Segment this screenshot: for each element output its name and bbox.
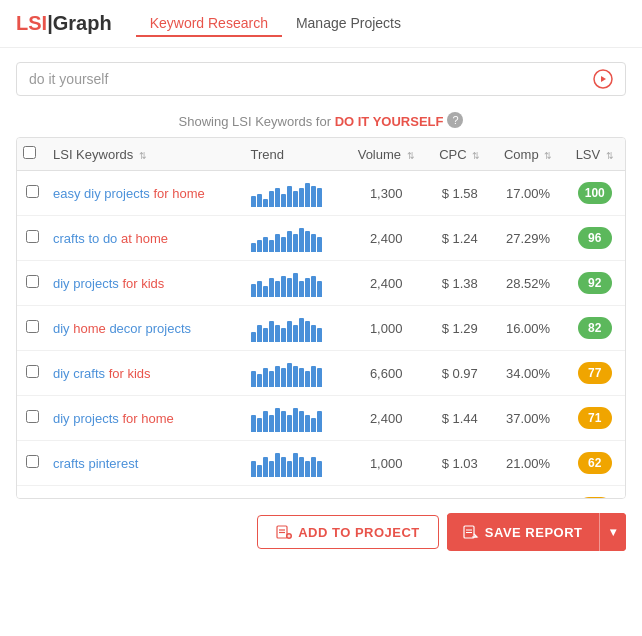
table-row: easy diy projects for home1,300$ 1.5817.…	[17, 171, 625, 216]
keyword-cell: diy projects for home	[47, 396, 245, 441]
cpc-cell: $ 1.29	[428, 306, 492, 351]
row-checkbox[interactable]	[26, 230, 39, 243]
lsv-badge: 62	[578, 452, 612, 474]
save-report-button[interactable]: SAVE REPORT ▾	[447, 513, 626, 551]
row-checkbox[interactable]	[26, 455, 39, 468]
header-lsv[interactable]: LSV ⇅	[564, 138, 625, 171]
lsv-cell: 82	[564, 306, 625, 351]
subtitle-text: Showing LSI Keywords for DO IT YOURSELF	[179, 108, 444, 131]
comp-cell: 37.00%	[492, 396, 565, 441]
add-project-icon	[276, 524, 292, 540]
lsv-badge: 100	[578, 182, 612, 204]
cpc-cell: $ 1.24	[428, 216, 492, 261]
table-row: diy craft projects1,900$ 0.9243.71%57	[17, 486, 625, 499]
lsv-badge: 96	[578, 227, 612, 249]
comp-cell: 16.00%	[492, 306, 565, 351]
go-icon	[593, 69, 613, 89]
comp-cell: 27.29%	[492, 216, 565, 261]
nav-manage-projects[interactable]: Manage Projects	[282, 11, 415, 37]
comp-cell: 28.52%	[492, 261, 565, 306]
header-comp[interactable]: Comp ⇅	[492, 138, 565, 171]
comp-cell: 21.00%	[492, 441, 565, 486]
nav-keyword-research[interactable]: Keyword Research	[136, 11, 282, 37]
comp-cell: 34.00%	[492, 351, 565, 396]
comp-cell: 43.71%	[492, 486, 565, 499]
keyword-cell: diy home decor projects	[47, 306, 245, 351]
volume-cell: 2,400	[345, 396, 428, 441]
lsv-cell: 77	[564, 351, 625, 396]
row-checkbox[interactable]	[26, 275, 39, 288]
lsv-badge: 92	[578, 272, 612, 294]
table-row: crafts pinterest1,000$ 1.0321.00%62	[17, 441, 625, 486]
trend-cell	[245, 441, 345, 486]
keyword-cell: diy craft projects	[47, 486, 245, 499]
table-container: LSI Keywords ⇅ Trend Volume ⇅ CPC ⇅ Comp…	[16, 137, 626, 499]
trend-cell	[245, 216, 345, 261]
lsv-cell: 71	[564, 396, 625, 441]
header-cpc[interactable]: CPC ⇅	[428, 138, 492, 171]
select-all-checkbox[interactable]	[23, 146, 36, 159]
cpc-cell: $ 0.92	[428, 486, 492, 499]
table-row: diy projects for kids2,400$ 1.3828.52%92	[17, 261, 625, 306]
cpc-cell: $ 1.58	[428, 171, 492, 216]
trend-cell	[245, 306, 345, 351]
save-report-main[interactable]: SAVE REPORT	[447, 515, 599, 549]
table-scroll[interactable]: LSI Keywords ⇅ Trend Volume ⇅ CPC ⇅ Comp…	[17, 138, 625, 498]
table-row: diy crafts for kids6,600$ 0.9734.00%77	[17, 351, 625, 396]
header-checkbox	[17, 138, 47, 171]
volume-cell: 6,600	[345, 351, 428, 396]
cpc-cell: $ 1.03	[428, 441, 492, 486]
table-row: crafts to do at home2,400$ 1.2427.29%96	[17, 216, 625, 261]
keyword-cell: crafts pinterest	[47, 441, 245, 486]
lsv-cell: 57	[564, 486, 625, 499]
row-checkbox[interactable]	[26, 365, 39, 378]
search-input[interactable]	[29, 71, 593, 87]
footer-buttons: ADD TO PROJECT SAVE REPORT ▾	[0, 499, 642, 565]
header-lsi-keywords[interactable]: LSI Keywords ⇅	[47, 138, 245, 171]
save-report-icon	[463, 524, 479, 540]
lsv-badge: 77	[578, 362, 612, 384]
lsv-badge: 57	[578, 497, 612, 498]
header-trend: Trend	[245, 138, 345, 171]
save-report-label: SAVE REPORT	[485, 525, 583, 540]
row-checkbox[interactable]	[26, 410, 39, 423]
volume-cell: 1,000	[345, 306, 428, 351]
main-nav: Keyword Research Manage Projects	[136, 11, 415, 37]
trend-cell	[245, 261, 345, 306]
table-header-row: LSI Keywords ⇅ Trend Volume ⇅ CPC ⇅ Comp…	[17, 138, 625, 171]
logo-lsi: LSI	[16, 12, 47, 34]
trend-cell	[245, 351, 345, 396]
search-button[interactable]	[593, 69, 613, 89]
row-checkbox[interactable]	[26, 320, 39, 333]
subtitle-keyword: DO IT YOURSELF	[335, 114, 444, 129]
table-row: diy home decor projects1,000$ 1.2916.00%…	[17, 306, 625, 351]
volume-cell: 2,400	[345, 261, 428, 306]
volume-cell: 1,900	[345, 486, 428, 499]
table-row: diy projects for home2,400$ 1.4437.00%71	[17, 396, 625, 441]
trend-cell	[245, 486, 345, 499]
search-wrapper	[16, 62, 626, 96]
lsv-badge: 82	[578, 317, 612, 339]
trend-cell	[245, 171, 345, 216]
logo-graph: Graph	[53, 12, 112, 34]
search-area	[0, 48, 642, 104]
volume-cell: 2,400	[345, 216, 428, 261]
subtitle-row: Showing LSI Keywords for DO IT YOURSELF …	[0, 104, 642, 137]
volume-cell: 1,300	[345, 171, 428, 216]
header-volume[interactable]: Volume ⇅	[345, 138, 428, 171]
volume-cell: 1,000	[345, 441, 428, 486]
lsv-cell: 96	[564, 216, 625, 261]
results-table: LSI Keywords ⇅ Trend Volume ⇅ CPC ⇅ Comp…	[17, 138, 625, 498]
help-icon[interactable]: ?	[447, 112, 463, 128]
save-report-dropdown-arrow[interactable]: ▾	[600, 513, 627, 551]
keyword-cell: diy projects for kids	[47, 261, 245, 306]
lsv-cell: 62	[564, 441, 625, 486]
add-to-project-button[interactable]: ADD TO PROJECT	[257, 515, 439, 549]
add-to-project-label: ADD TO PROJECT	[298, 525, 420, 540]
logo: LSI|Graph	[16, 12, 112, 35]
cpc-cell: $ 1.38	[428, 261, 492, 306]
row-checkbox[interactable]	[26, 185, 39, 198]
lsv-badge: 71	[578, 407, 612, 429]
comp-cell: 17.00%	[492, 171, 565, 216]
lsv-cell: 100	[564, 171, 625, 216]
